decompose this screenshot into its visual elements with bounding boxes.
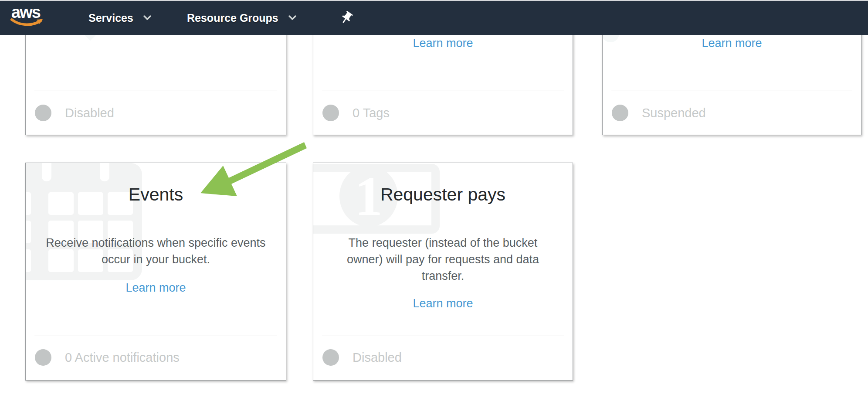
chevron-down-icon	[143, 15, 152, 21]
status-dot-icon	[35, 105, 51, 121]
card-description: Receive notifications when specific even…	[26, 235, 286, 268]
pushpin-icon[interactable]	[339, 10, 354, 25]
status-row: Disabled	[35, 105, 114, 121]
status-dot-icon	[322, 349, 339, 366]
status-dot-icon	[612, 105, 628, 121]
card-requester-pays[interactable]: 1 Requester pays The requester (instead …	[313, 163, 573, 381]
card-divider	[322, 91, 564, 91]
learn-more-link[interactable]: Learn more	[26, 281, 286, 295]
status-dot-icon	[35, 349, 51, 366]
window-top-edge	[0, 0, 868, 1]
status-label: Suspended	[642, 106, 706, 120]
card-description: The requester (instead of the bucket own…	[313, 235, 573, 284]
status-row: Disabled	[322, 349, 402, 366]
status-label: Disabled	[353, 350, 402, 365]
nav-menu-services[interactable]: Services	[88, 1, 152, 35]
s3-bucket-properties-page: aws Services Resource Groups	[0, 0, 868, 415]
learn-more-link[interactable]: Learn more	[313, 37, 573, 50]
learn-more-link[interactable]: Learn more	[603, 37, 861, 50]
calendar-tab-icon	[100, 163, 109, 181]
card-divider	[322, 336, 564, 336]
card-events[interactable]: Events Receive notifications when specif…	[25, 163, 286, 381]
card-title: Requester pays	[313, 184, 573, 205]
nav-menu-resource-groups[interactable]: Resource Groups	[187, 1, 297, 35]
card-divider	[34, 336, 277, 336]
status-row: 0 Tags	[322, 105, 390, 121]
status-row: 0 Active notifications	[35, 349, 180, 366]
services-label: Services	[88, 12, 133, 24]
status-label: 0 Tags	[353, 106, 390, 120]
resource-groups-label: Resource Groups	[187, 12, 278, 24]
card-divider	[34, 91, 277, 91]
card-divider	[611, 91, 852, 91]
card-title: Events	[26, 184, 286, 205]
aws-logo[interactable]: aws	[10, 4, 45, 28]
status-label: 0 Active notifications	[65, 350, 180, 365]
chevron-down-icon	[288, 15, 297, 21]
status-label: Disabled	[65, 106, 114, 120]
learn-more-link[interactable]: Learn more	[313, 297, 573, 310]
aws-logo-text: aws	[10, 4, 45, 20]
calendar-tab-icon	[42, 163, 51, 181]
status-dot-icon	[322, 105, 339, 121]
aws-console-navbar: aws Services Resource Groups	[0, 1, 868, 35]
status-row: Suspended	[612, 105, 706, 121]
